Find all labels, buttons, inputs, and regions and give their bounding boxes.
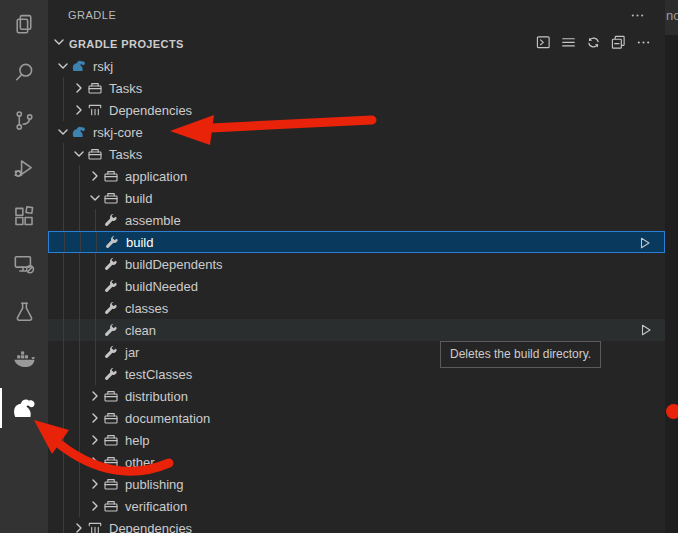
activity-bar-item-remote-explorer[interactable]: [0, 240, 48, 288]
ellipsis-icon: [636, 35, 651, 54]
tree-item-build[interactable]: build: [48, 231, 665, 253]
chevron-right-icon[interactable]: [87, 410, 103, 426]
collapse-all-icon: [611, 35, 626, 54]
activity-bar-item-search[interactable]: [0, 48, 48, 96]
beaker-icon: [12, 300, 37, 325]
indent-guide: [63, 363, 64, 385]
indent-guide: [95, 297, 96, 319]
tree-item-distribution[interactable]: distribution: [48, 385, 665, 407]
gradle-project-icon: [71, 124, 87, 140]
section-toolbar: [535, 36, 651, 52]
activity-bar-item-docker[interactable]: [0, 336, 48, 384]
chevron-right-icon[interactable]: [87, 168, 103, 184]
tree-item-build[interactable]: build: [48, 187, 665, 209]
tree-item-label: publishing: [125, 477, 184, 492]
run-task-button[interactable]: [535, 36, 551, 52]
tree-item-tasks[interactable]: Tasks: [48, 77, 665, 99]
tree-item-label: assemble: [125, 213, 181, 228]
more-actions-button[interactable]: [635, 36, 651, 52]
tree-item-label: Dependencies: [109, 521, 192, 533]
files-icon: [12, 12, 37, 37]
indent-guide: [63, 297, 64, 319]
tree-item-label: buildDependents: [125, 257, 223, 272]
indent-guide: [79, 297, 80, 319]
tree-item-dependencies[interactable]: Dependencies: [48, 517, 665, 533]
tree-item-publishing[interactable]: publishing: [48, 473, 665, 495]
activity-bar-item-run-debug[interactable]: [0, 144, 48, 192]
tree-item-buildneeded[interactable]: buildNeeded: [48, 275, 665, 297]
tree-item-label: Tasks: [109, 81, 142, 96]
chevron-down-icon[interactable]: [87, 190, 103, 206]
section-header-gradle-projects[interactable]: GRADLE PROJECTS: [48, 33, 665, 55]
indent-guide: [95, 209, 96, 231]
tree-item-rskj[interactable]: rskj: [48, 55, 665, 77]
chevron-down-icon[interactable]: [55, 58, 71, 74]
tree-item-builddependents[interactable]: buildDependents: [48, 253, 665, 275]
tree-item-label: verification: [125, 499, 187, 514]
panel-header: GRADLE: [48, 0, 665, 33]
ellipsis-icon[interactable]: [630, 8, 645, 27]
terminal-run-icon: [536, 35, 551, 54]
refresh-button[interactable]: [585, 36, 601, 52]
tree-item-other[interactable]: other: [48, 451, 665, 473]
tree-item-label: rskj: [93, 59, 113, 74]
tree-item-application[interactable]: application: [48, 165, 665, 187]
tree-item-documentation[interactable]: documentation: [48, 407, 665, 429]
tree-item-help[interactable]: help: [48, 429, 665, 451]
tree-item-tasks[interactable]: Tasks: [48, 143, 665, 165]
chevron-right-icon[interactable]: [71, 80, 87, 96]
tree-item-verification[interactable]: verification: [48, 495, 665, 517]
tree-item-assemble[interactable]: assemble: [48, 209, 665, 231]
indent-guide: [79, 341, 80, 363]
indent-guide: [79, 165, 80, 187]
tree-item-dependencies[interactable]: Dependencies: [48, 99, 665, 121]
indent-guide: [63, 341, 64, 363]
chevron-right-icon[interactable]: [71, 520, 87, 533]
gradle-side-panel: GRADLE GRADLE PROJECTS rskjTasksDependen…: [48, 0, 665, 533]
tree-item-label: Tasks: [109, 147, 142, 162]
tree-item-label: classes: [125, 301, 168, 316]
folder-icon: [103, 454, 119, 470]
indent-guide: [79, 473, 80, 495]
wrench-icon: [103, 344, 119, 360]
tree-item-label: other: [125, 455, 155, 470]
activity-bar-item-extensions[interactable]: [0, 192, 48, 240]
indent-guide: [63, 77, 64, 99]
chevron-right-icon[interactable]: [87, 454, 103, 470]
chevron-down-icon[interactable]: [71, 146, 87, 162]
run-task-play-icon[interactable]: [639, 323, 653, 337]
indent-guide: [95, 319, 96, 341]
chevron-right-icon[interactable]: [71, 102, 87, 118]
tree-item-label: Dependencies: [109, 103, 192, 118]
search-icon: [12, 60, 37, 85]
activity-bar-item-gradle[interactable]: [0, 384, 48, 432]
folder-icon: [103, 168, 119, 184]
indent-guide: [63, 99, 64, 121]
wrench-icon: [104, 234, 120, 250]
remote-explorer-icon: [12, 252, 37, 277]
collapse-all-button[interactable]: [610, 36, 626, 52]
activity-bar-item-testing[interactable]: [0, 288, 48, 336]
activity-bar-item-explorer[interactable]: [0, 0, 48, 48]
indent-guide: [79, 407, 80, 429]
run-task-play-icon[interactable]: [638, 236, 652, 250]
wrench-icon: [103, 212, 119, 228]
indent-guide: [63, 451, 64, 473]
chevron-right-icon[interactable]: [87, 388, 103, 404]
chevron-right-icon[interactable]: [87, 498, 103, 514]
tree-item-rskj-core[interactable]: rskj-core: [48, 121, 665, 143]
activity-bar-item-source-control[interactable]: [0, 96, 48, 144]
tree-item-clean[interactable]: clean: [48, 319, 665, 341]
chevron-down-icon[interactable]: [55, 124, 71, 140]
wrench-icon: [103, 300, 119, 316]
indent-guide: [79, 451, 80, 473]
tree-item-classes[interactable]: classes: [48, 297, 665, 319]
indent-guide: [63, 429, 64, 451]
chevron-right-icon[interactable]: [87, 476, 103, 492]
chevron-right-icon[interactable]: [87, 432, 103, 448]
indent-guide: [79, 495, 80, 517]
folder-icon: [103, 388, 119, 404]
flat-list-button[interactable]: [560, 36, 576, 52]
refresh-icon: [586, 35, 601, 54]
indent-guide: [79, 385, 80, 407]
